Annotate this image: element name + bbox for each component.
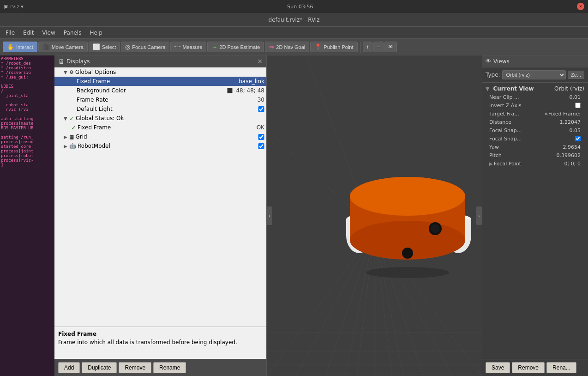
2d-nav-button[interactable]: ⇒ 2D Nav Goal — [265, 42, 309, 52]
add-button[interactable]: Add — [58, 362, 80, 373]
publish-point-label: Publish Point — [324, 44, 353, 50]
main-layout: ARAMETERS * /robot_des * /rosdistro * /r… — [0, 55, 588, 376]
default-light-label: Default Light — [77, 106, 256, 112]
terminal-line: process[joint — [1, 149, 54, 153]
background-color-row[interactable]: Background Color 48; 48; 48 — [54, 86, 266, 95]
type-label: Type: — [486, 72, 500, 78]
terminal-line: process[rviz- — [1, 158, 54, 163]
focal-point-arrow[interactable]: ▶ — [489, 161, 493, 166]
global-options-label: Global Options — [75, 69, 264, 75]
window-title: default.rviz* - RViz — [269, 17, 320, 23]
displays-title: 🖥 Displays — [58, 58, 90, 65]
svg-point-31 — [402, 248, 413, 259]
views-header: 👁 Views — [482, 55, 588, 67]
current-view-arrow[interactable]: ▼ — [486, 86, 489, 92]
views-rename-button[interactable]: Rena... — [546, 362, 576, 373]
collapse-right-button[interactable]: › — [476, 206, 482, 225]
viewport[interactable]: ‹ › — [267, 55, 482, 376]
toolbar: ✋ Interact 🎥 Move Camera ⬜ Select ◎ Focu… — [0, 39, 588, 55]
terminal-line: rviz (rvi — [1, 107, 54, 112]
publish-point-button[interactable]: 📍 Publish Point — [310, 42, 357, 52]
interact-button[interactable]: ✋ Interact — [3, 42, 37, 52]
near-clip-row: Near Clip ... 0.01 — [486, 93, 584, 101]
yaw-row: Yaw 2.9654 — [486, 143, 584, 151]
terminal-panel: ARAMETERS * /robot_des * /rosdistro * /r… — [0, 55, 54, 376]
zero-button[interactable]: Ze... — [568, 71, 584, 79]
remove-button[interactable]: Remove — [119, 362, 151, 373]
terminal-line: joint_sta — [1, 93, 54, 98]
robot-model-label: RobotModel — [78, 143, 256, 149]
grid-row[interactable]: ▶ ▦ Grid — [54, 132, 266, 141]
terminal-line — [1, 98, 54, 103]
global-status-fixed-frame-row[interactable]: ✓ Fixed Frame OK — [54, 123, 266, 132]
collapse-left-button[interactable]: ‹ — [267, 206, 272, 225]
grid-arrow[interactable]: ▶ — [64, 134, 69, 139]
menu-file[interactable]: File — [2, 29, 18, 37]
frame-rate-value: 30 — [258, 97, 264, 103]
app-label: ▣ rviz ▾ — [4, 4, 24, 10]
robot-model-arrow[interactable]: ▶ — [64, 144, 69, 149]
rename-button[interactable]: Rename — [153, 362, 186, 373]
measure-icon: 〰 — [174, 43, 180, 50]
focal-shape-2-label: Focal Shap... — [489, 136, 575, 142]
invert-z-row: Invert Z Axis — [486, 101, 584, 109]
global-options-icon: ⚙ — [69, 69, 74, 75]
measure-button[interactable]: 〰 Measure — [170, 42, 206, 52]
fixed-frame-label: Fixed Frame — [77, 78, 237, 85]
target-frame-value: <Fixed Frame: — [544, 111, 581, 117]
menu-help[interactable]: Help — [86, 29, 106, 37]
target-frame-row: Target Fra... <Fixed Frame: — [486, 109, 584, 118]
window-close-button[interactable]: ✕ — [577, 3, 584, 10]
duplicate-button[interactable]: Duplicate — [82, 362, 117, 373]
select-button[interactable]: ⬜ Select — [89, 42, 120, 52]
system-clock: Sun 03:56 — [24, 4, 577, 10]
default-light-checkbox[interactable] — [258, 106, 264, 112]
robot-model-icon: 🤖 — [69, 143, 76, 149]
robot-model-row[interactable]: ▶ 🤖 RobotModel — [54, 141, 266, 151]
invert-z-checkbox[interactable] — [575, 103, 581, 108]
menu-edit[interactable]: Edit — [19, 29, 37, 37]
global-options-row[interactable]: ▼ ⚙ Global Options — [54, 67, 266, 77]
terminal-line — [1, 112, 54, 116]
frame-rate-row[interactable]: Frame Rate 30 — [54, 95, 266, 104]
focus-camera-button[interactable]: ◎ Focus Camera — [121, 42, 169, 52]
fixed-frame-value: base_link — [239, 78, 264, 85]
2d-pose-button[interactable]: → 2D Pose Estimate — [207, 42, 264, 52]
bg-color-swatch — [227, 88, 233, 93]
yaw-label: Yaw — [489, 144, 563, 150]
focal-point-value: 0; 0; 0 — [564, 161, 581, 167]
2d-pose-label: 2D Pose Estimate — [219, 44, 260, 50]
toolbar-minus-button[interactable]: − — [373, 42, 384, 52]
displays-buttons: Add Duplicate Remove Rename — [54, 359, 266, 376]
move-camera-button[interactable]: 🎥 Move Camera — [38, 42, 88, 52]
default-light-row[interactable]: Default Light — [54, 104, 266, 114]
publish-point-icon: 📍 — [314, 43, 322, 50]
grid-checkbox[interactable] — [258, 134, 264, 140]
toolbar-eye-button[interactable]: 👁 — [384, 42, 397, 52]
views-buttons: Save Remove Rena... — [482, 359, 588, 376]
focal-shape-2-checkbox[interactable] — [575, 136, 581, 141]
move-camera-label: Move Camera — [52, 44, 84, 50]
terminal-line: * /rosdistro — [1, 66, 54, 70]
menu-view[interactable]: View — [38, 29, 59, 37]
global-status-row[interactable]: ▼ ✓ Global Status: Ok — [54, 114, 266, 123]
2d-nav-label: 2D Nav Goal — [276, 44, 305, 50]
global-status-arrow[interactable]: ▼ — [64, 116, 69, 121]
gs-ff-check: ✓ — [71, 124, 76, 131]
views-save-button[interactable]: Save — [486, 362, 510, 373]
views-remove-button[interactable]: Remove — [512, 362, 545, 373]
fixed-frame-row[interactable]: Fixed Frame base_link — [54, 77, 266, 86]
current-view-type-value: Orbit (rviz) — [554, 85, 584, 92]
focus-camera-label: Focus Camera — [132, 44, 165, 50]
robot-model-checkbox[interactable] — [258, 143, 264, 149]
type-select[interactable]: Orbit (rviz) — [502, 70, 566, 79]
menu-panels[interactable]: Panels — [60, 29, 85, 37]
focal-point-row[interactable]: ▶ Focal Point 0; 0; 0 — [486, 159, 584, 168]
2d-pose-icon: → — [211, 43, 217, 50]
terminal-line: process[robot — [1, 153, 54, 158]
focal-shape-1-row: Focal Shap... 0.05 — [486, 126, 584, 134]
terminal-line: started core — [1, 144, 54, 149]
global-options-arrow[interactable]: ▼ — [64, 70, 69, 75]
toolbar-plus-button[interactable]: + — [363, 42, 373, 52]
displays-close-button[interactable]: ✕ — [257, 58, 263, 65]
